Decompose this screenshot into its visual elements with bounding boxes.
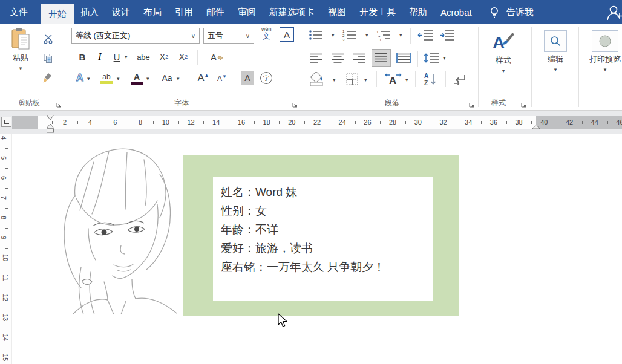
- first-line-indent-marker[interactable]: [46, 115, 54, 120]
- clipboard-dialog-launcher[interactable]: [56, 100, 63, 107]
- strikethrough-button[interactable]: abe: [134, 50, 152, 64]
- profile-text-line[interactable]: 座右铭：一万年太久 只争朝夕！: [221, 258, 433, 276]
- tell-me[interactable]: 告诉我: [500, 0, 540, 24]
- horizontal-ruler[interactable]: 2468101214161820222426283032343638404244…: [12, 116, 622, 129]
- tab-stop-selector[interactable]: [1, 117, 11, 127]
- styles-dialog-launcher[interactable]: [520, 100, 528, 107]
- borders-button[interactable]: [344, 71, 361, 87]
- grow-font-button[interactable]: A ▲: [195, 70, 212, 86]
- paragraph-dialog-launcher[interactable]: [468, 100, 476, 107]
- align-right-button[interactable]: [351, 51, 368, 65]
- numbering-dropdown[interactable]: ▾: [365, 33, 368, 38]
- align-center-button[interactable]: [329, 51, 346, 65]
- vertical-ruler-number: 12: [2, 294, 9, 301]
- hanging-indent-marker[interactable]: [46, 124, 54, 134]
- bullets-dropdown[interactable]: ▾: [332, 33, 335, 38]
- superscript-button[interactable]: X2: [175, 50, 191, 64]
- line-spacing-dropdown[interactable]: ▾: [443, 56, 446, 61]
- tab-new-tab[interactable]: 新建选项卡: [263, 0, 321, 24]
- format-painter-button[interactable]: [40, 70, 56, 85]
- borders-dropdown[interactable]: ▾: [364, 77, 367, 83]
- align-right-icon: [353, 53, 365, 63]
- profile-text-line[interactable]: 爱好：旅游，读书: [221, 239, 433, 258]
- tab-developer[interactable]: 开发工具: [353, 0, 402, 24]
- copy-button[interactable]: [40, 51, 56, 65]
- right-indent-marker[interactable]: [532, 124, 540, 129]
- highlight-color-button[interactable]: ab: [98, 70, 115, 87]
- distribute-button[interactable]: [394, 51, 413, 65]
- styles-button[interactable]: A 样式 ▾: [485, 30, 522, 97]
- text-effects-button[interactable]: A: [73, 70, 87, 86]
- font-dialog-launcher[interactable]: [292, 100, 299, 107]
- text-effects-dropdown[interactable]: ▾: [87, 76, 90, 82]
- tab-insert[interactable]: 插入: [74, 0, 105, 24]
- ruler-tick: [506, 121, 507, 124]
- vertical-ruler-tick: [5, 328, 8, 328]
- tab-view[interactable]: 视图: [321, 0, 353, 24]
- editing-button[interactable]: 编辑 ▾: [537, 30, 574, 97]
- italic-button[interactable]: I: [93, 50, 106, 64]
- cut-button[interactable]: [40, 31, 56, 46]
- font-size-combobox[interactable]: 五号 ∨: [203, 28, 254, 44]
- shading-dropdown[interactable]: ▾: [333, 77, 336, 83]
- paste-button[interactable]: 粘贴 ▾: [4, 27, 38, 87]
- tab-file[interactable]: 文件: [0, 0, 38, 24]
- tab-help[interactable]: 帮助: [402, 0, 434, 24]
- bold-button[interactable]: B: [75, 50, 90, 64]
- paste-label: 粘贴: [13, 53, 28, 63]
- show-marks-button[interactable]: [450, 71, 470, 87]
- enclose-characters-button[interactable]: 字: [260, 72, 272, 84]
- multilevel-dropdown[interactable]: ▾: [399, 33, 402, 38]
- change-case-button[interactable]: Aa: [159, 70, 175, 86]
- tab-review[interactable]: 审阅: [231, 0, 263, 24]
- print-preview-button[interactable]: 打印预览 ▾: [581, 30, 622, 97]
- line-spacing-button[interactable]: [422, 51, 440, 65]
- bullets-icon: [309, 29, 323, 41]
- subscript-button[interactable]: X2: [156, 50, 172, 64]
- person-add-icon[interactable]: [605, 4, 622, 24]
- asian-layout-button[interactable]: A: [382, 71, 404, 87]
- increase-indent-button[interactable]: [438, 28, 456, 42]
- tab-mailings[interactable]: 邮件: [200, 0, 231, 24]
- portrait-sketch-image[interactable]: [36, 138, 183, 314]
- tab-references[interactable]: 引用: [168, 0, 200, 24]
- ruler-number: 38: [515, 119, 522, 126]
- align-center-icon: [332, 53, 344, 63]
- shrink-font-button[interactable]: A ▼: [214, 71, 230, 86]
- profile-text-box[interactable]: 姓名：Word 妹性别：女年龄：不详爱好：旅游，读书座右铭：一万年太久 只争朝夕…: [213, 177, 433, 301]
- styles-group-label: 样式: [481, 98, 516, 108]
- decrease-indent-button[interactable]: [416, 28, 434, 42]
- highlight-dropdown[interactable]: ▾: [117, 76, 120, 82]
- shading-button[interactable]: [306, 71, 327, 87]
- font-color-button[interactable]: A: [129, 70, 144, 87]
- bullets-button[interactable]: [307, 28, 324, 42]
- vertical-ruler-tick: [5, 208, 8, 209]
- underline-dropdown[interactable]: ▾: [125, 54, 128, 60]
- change-case-dropdown[interactable]: ▾: [177, 76, 180, 82]
- character-border-button[interactable]: A: [280, 27, 294, 42]
- character-shading-button[interactable]: A: [241, 71, 254, 85]
- clear-formatting-button[interactable]: A: [208, 50, 226, 64]
- ruler-number: 20: [288, 119, 295, 126]
- font-color-dropdown[interactable]: ▾: [146, 76, 149, 82]
- numbering-button[interactable]: 123: [341, 28, 358, 42]
- font-name-combobox[interactable]: 等线 (西文正文) ∨: [71, 28, 200, 44]
- multilevel-list-button[interactable]: 1ai: [375, 28, 392, 42]
- asian-layout-dropdown[interactable]: ▾: [405, 77, 408, 83]
- justify-button[interactable]: [372, 49, 391, 67]
- tab-layout[interactable]: 布局: [137, 0, 168, 24]
- document-canvas[interactable]: 456789101112131415: [0, 134, 622, 364]
- tab-home[interactable]: 开始: [41, 4, 74, 24]
- tab-design[interactable]: 设计: [105, 0, 137, 24]
- phonetic-guide-button[interactable]: wén 文: [261, 27, 272, 40]
- tab-acrobat[interactable]: Acrobat: [434, 0, 479, 24]
- down-triangle-icon: ▼: [222, 74, 227, 79]
- profile-text-line[interactable]: 年龄：不详: [221, 220, 433, 239]
- sort-button[interactable]: A Z: [421, 71, 440, 87]
- profile-card-shape[interactable]: 姓名：Word 妹性别：女年龄：不详爱好：旅游，读书座右铭：一万年太久 只争朝夕…: [183, 155, 459, 316]
- profile-text-line[interactable]: 性别：女: [221, 201, 433, 220]
- underline-button[interactable]: U: [110, 50, 123, 64]
- numbering-icon: 123: [342, 29, 357, 41]
- profile-text-line[interactable]: 姓名：Word 妹: [221, 183, 433, 201]
- align-left-button[interactable]: [307, 51, 324, 65]
